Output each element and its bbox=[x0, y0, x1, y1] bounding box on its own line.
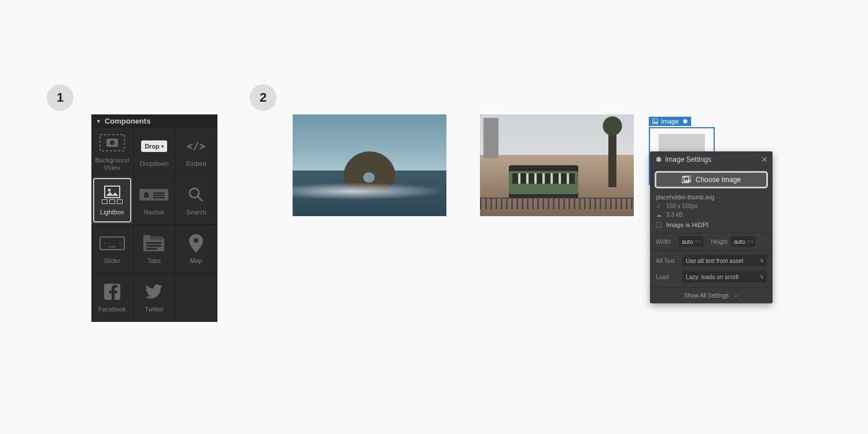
component-lightbox[interactable]: Lightbox bbox=[91, 176, 134, 225]
component-twitter[interactable]: Twitter bbox=[134, 273, 176, 322]
gear-icon[interactable] bbox=[682, 118, 688, 124]
alt-text-row: Alt Text Use alt text from asset ⇅ bbox=[650, 250, 773, 269]
dropdown-pill-icon: Drop ▾ bbox=[141, 140, 167, 152]
svg-point-16 bbox=[111, 246, 113, 248]
alt-text-select[interactable]: Use alt text from asset ⇅ bbox=[682, 255, 767, 266]
component-label: Search bbox=[186, 209, 206, 216]
component-search[interactable]: Search bbox=[175, 176, 217, 225]
components-panel-header[interactable]: ▼ Components bbox=[91, 114, 217, 128]
choose-image-label: Choose Image bbox=[696, 176, 741, 184]
facebook-icon bbox=[104, 284, 120, 300]
svg-rect-7 bbox=[153, 192, 165, 194]
image-icon bbox=[104, 186, 120, 198]
load-label: Load bbox=[656, 274, 679, 280]
component-label: Embed bbox=[186, 160, 206, 167]
choose-image-button[interactable]: Choose Image bbox=[655, 171, 768, 188]
element-selection-tag[interactable]: Image bbox=[649, 117, 691, 126]
svg-rect-20 bbox=[151, 236, 157, 240]
hidpi-label: Image is HiDPI bbox=[666, 221, 708, 228]
svg-point-25 bbox=[194, 238, 198, 243]
components-panel: ▼ Components Background Video Drop ▾ Dro… bbox=[91, 114, 217, 322]
component-embed[interactable]: </> Embed bbox=[175, 128, 217, 176]
image-filesize-row: ☁ 3.3 kB bbox=[650, 210, 773, 219]
component-tabs[interactable]: Tabs bbox=[134, 225, 176, 273]
example-image-streetcar bbox=[480, 114, 634, 216]
slider-icon: ‹ › bbox=[99, 236, 125, 250]
chevron-updown-icon: ⇅ bbox=[760, 275, 764, 280]
alt-text-value: Use alt text from asset bbox=[686, 258, 743, 264]
component-dropdown[interactable]: Drop ▾ Dropdown bbox=[134, 128, 176, 176]
image-settings-header: Image Settings ✕ bbox=[650, 151, 773, 168]
height-input[interactable]: auto PX bbox=[731, 236, 755, 247]
component-navbar[interactable]: Navbar bbox=[134, 176, 176, 225]
embed-icon: </> bbox=[184, 139, 208, 153]
component-label: Lightbox bbox=[100, 209, 124, 216]
component-facebook[interactable]: Facebook bbox=[91, 273, 134, 322]
element-tag-label: Image bbox=[661, 118, 679, 125]
filesize-icon: ☁ bbox=[656, 212, 662, 218]
show-all-settings-button[interactable]: Show All Settings → bbox=[650, 287, 773, 303]
svg-rect-22 bbox=[146, 242, 161, 244]
search-icon bbox=[187, 186, 205, 203]
svg-rect-19 bbox=[143, 235, 150, 240]
image-settings-title: Image Settings bbox=[665, 155, 711, 164]
image-filesize: 3.3 kB bbox=[666, 212, 682, 218]
svg-point-28 bbox=[653, 120, 655, 121]
component-background-video[interactable]: Background Video bbox=[91, 128, 134, 176]
height-unit: PX bbox=[747, 239, 754, 244]
twitter-icon bbox=[145, 284, 162, 299]
components-grid: Background Video Drop ▾ Dropdown </> Emb… bbox=[91, 128, 217, 322]
caret-down-icon: ▼ bbox=[96, 118, 101, 124]
svg-point-2 bbox=[110, 140, 114, 145]
map-pin-icon bbox=[189, 234, 203, 253]
gear-icon bbox=[655, 156, 662, 163]
tabs-icon bbox=[143, 235, 164, 251]
width-label: Width bbox=[656, 239, 675, 245]
step-badge-1: 1 bbox=[47, 84, 73, 111]
chevron-updown-icon: ⇅ bbox=[760, 258, 764, 264]
component-label: Navbar bbox=[144, 209, 164, 216]
svg-text:</>: </> bbox=[187, 140, 206, 152]
svg-rect-21 bbox=[157, 236, 163, 240]
image-settings-panel: Image Settings ✕ Choose Image placeholde… bbox=[650, 151, 773, 303]
component-label: Slider bbox=[104, 257, 120, 264]
dropdown-pill-text: Drop bbox=[145, 143, 160, 150]
alt-text-label: Alt Text bbox=[656, 258, 679, 264]
image-dimensions-row: ⤢ 150 x 150px bbox=[650, 202, 773, 210]
dimension-inputs-row: Width auto PX Height auto PX bbox=[650, 233, 773, 250]
svg-rect-8 bbox=[153, 195, 165, 196]
svg-point-5 bbox=[108, 189, 110, 192]
width-input[interactable]: auto PX bbox=[679, 236, 703, 247]
component-label: Dropdown bbox=[139, 160, 168, 167]
svg-point-17 bbox=[113, 246, 115, 248]
svg-line-11 bbox=[198, 196, 202, 201]
component-label: Twitter bbox=[145, 306, 163, 313]
svg-rect-27 bbox=[652, 118, 658, 124]
svg-point-15 bbox=[109, 246, 110, 248]
svg-rect-24 bbox=[146, 248, 157, 250]
step-badge-2: 2 bbox=[250, 84, 276, 111]
choose-image-icon bbox=[682, 176, 691, 184]
load-row: Load Lazy: loads on scroll ⇅ bbox=[650, 269, 773, 287]
component-label: Facebook bbox=[98, 306, 126, 313]
svg-rect-9 bbox=[153, 197, 165, 199]
load-value: Lazy: loads on scroll bbox=[686, 274, 738, 280]
navbar-icon bbox=[139, 189, 168, 201]
svg-text:›: › bbox=[119, 240, 121, 246]
background-video-icon bbox=[99, 134, 125, 151]
svg-text:‹: ‹ bbox=[104, 240, 106, 246]
close-icon[interactable]: ✕ bbox=[761, 155, 768, 164]
height-label: Height bbox=[707, 239, 727, 245]
component-slider[interactable]: ‹ › Slider bbox=[91, 225, 134, 273]
component-map[interactable]: Map bbox=[175, 225, 217, 273]
image-dimensions: 150 x 150px bbox=[666, 203, 698, 209]
dimensions-icon: ⤢ bbox=[656, 203, 662, 209]
width-unit: PX bbox=[695, 239, 701, 244]
components-panel-title: Components bbox=[105, 117, 150, 125]
hidpi-checkbox[interactable] bbox=[656, 222, 662, 228]
example-image-ocean bbox=[293, 114, 446, 216]
arrow-right-icon: → bbox=[733, 292, 738, 299]
load-select[interactable]: Lazy: loads on scroll ⇅ bbox=[682, 271, 767, 283]
component-label: Tabs bbox=[147, 257, 161, 264]
svg-point-10 bbox=[190, 188, 199, 198]
